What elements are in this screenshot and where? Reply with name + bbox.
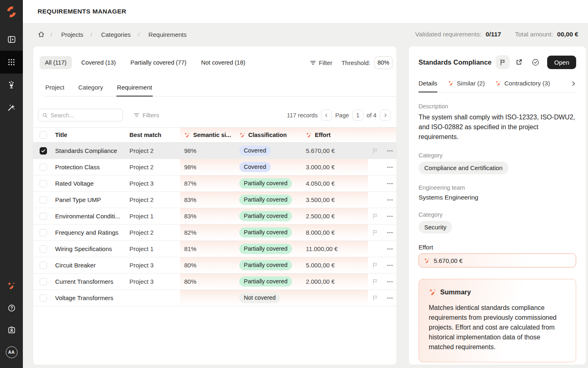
panel-toggle-icon[interactable] [0, 28, 23, 51]
flag-button[interactable] [496, 55, 510, 69]
effort-input[interactable]: 5.670,00 € [419, 254, 576, 267]
validated-requirements-value: 0/117 [486, 31, 501, 38]
row-more-cell [383, 143, 397, 159]
contact-badge-icon[interactable] [0, 319, 23, 341]
table-row[interactable]: Environmental Conditi...Project 183%Part… [33, 208, 397, 224]
validate-button[interactable] [528, 55, 542, 69]
table-row[interactable]: Current TransformersProject 380%Partiall… [33, 274, 397, 290]
filters-button[interactable]: Filters [134, 112, 159, 119]
filter-tab-all[interactable]: All (117) [40, 56, 72, 69]
row-more-button[interactable] [384, 260, 396, 271]
row-more-button[interactable] [384, 292, 396, 304]
page-number-input[interactable]: 1 [352, 110, 363, 121]
row-checkbox[interactable] [40, 229, 47, 236]
help-icon[interactable]: ? [0, 297, 23, 319]
row-effort: 5.670,00 € [302, 143, 368, 159]
row-checkbox[interactable] [40, 164, 47, 171]
row-checkbox[interactable] [40, 245, 47, 253]
flag-icon[interactable] [372, 213, 379, 220]
filter-tab-covered[interactable]: Covered (13) [76, 56, 121, 69]
filter-tab-partially-covered[interactable]: Partially covered (77) [125, 56, 192, 69]
row-semantic-similarity: 83% [180, 192, 235, 208]
tab-similar[interactable]: Similar (2) [448, 80, 485, 92]
prev-page-button[interactable] [321, 110, 332, 121]
breadcrumb-separator: / [85, 31, 100, 38]
row-more-button[interactable] [384, 276, 396, 287]
flag-icon[interactable] [372, 295, 379, 301]
classification-pill: Partially covered [239, 195, 292, 205]
search-input[interactable] [38, 109, 123, 121]
row-more-button[interactable] [384, 227, 396, 238]
row-more-cell [383, 274, 397, 289]
filter-button[interactable]: Filter [310, 59, 332, 66]
tab-requirement[interactable]: Requirement [116, 84, 153, 96]
row-flag-cell [368, 192, 383, 208]
row-more-button[interactable] [384, 194, 396, 206]
column-header-best-match[interactable]: Best match [125, 128, 180, 142]
row-flag-cell [368, 257, 383, 273]
row-semantic-similarity: 87% [180, 175, 235, 191]
search-icon [42, 112, 48, 118]
row-effort: 8.000,00 € [302, 224, 368, 240]
row-checkbox[interactable] [40, 294, 47, 302]
row-checkbox[interactable] [40, 180, 47, 187]
table-row[interactable]: Rated VoltageProject 387%Partially cover… [33, 175, 397, 192]
table-row[interactable]: Protection ClassProject 298%Covered3.000… [33, 159, 397, 175]
row-title: Voltage Transformers [51, 290, 125, 306]
table-row[interactable]: Wiring SpecificationsProject 181%Partial… [33, 241, 397, 257]
row-classification: Not covered [235, 290, 302, 306]
row-checkbox[interactable] [40, 196, 47, 204]
open-external-button[interactable] [512, 55, 526, 69]
user-avatar[interactable]: AA [0, 341, 23, 363]
breadcrumb-item-requirements[interactable]: Requirements [147, 31, 188, 38]
filter-tab-not-covered[interactable]: Not covered (18) [196, 56, 251, 69]
breadcrumb-item-projects[interactable]: Projects [60, 31, 85, 38]
flag-icon[interactable] [372, 262, 379, 269]
tabs-scroll-right-button[interactable] [571, 81, 576, 91]
row-checkbox[interactable] [40, 262, 47, 269]
column-header-effort[interactable]: Effort [302, 128, 368, 142]
table-row[interactable]: Circuit BreakerProject 380%Partially cov… [33, 257, 397, 274]
row-more-button[interactable] [384, 243, 396, 255]
row-checkbox[interactable] [40, 147, 47, 155]
flag-icon[interactable] [372, 148, 379, 154]
row-checkbox[interactable] [40, 278, 47, 285]
column-header-title[interactable]: Title [51, 128, 125, 142]
table-row[interactable]: Voltage TransformersNot covered [33, 290, 397, 306]
table-row[interactable]: Panel Type UMPProject 283%Partially cove… [33, 192, 397, 208]
ai-assistant-icon[interactable] [0, 275, 23, 297]
breadcrumb: / Projects / Categories / Requirements [38, 31, 188, 38]
open-button[interactable]: Open [547, 56, 576, 69]
search-field[interactable] [51, 112, 118, 119]
next-page-button[interactable] [380, 110, 391, 121]
tab-category[interactable]: Category [78, 84, 104, 96]
tab-project[interactable]: Project [45, 84, 65, 96]
tab-contradictory[interactable]: Contradictory (3) [495, 80, 550, 92]
select-all-checkbox[interactable] [40, 131, 47, 139]
sidebar-item-apps-grid-icon[interactable] [0, 51, 23, 74]
flag-icon[interactable] [372, 229, 379, 236]
row-checkbox[interactable] [40, 213, 47, 220]
row-classification: Partially covered [235, 274, 302, 289]
tab-details[interactable]: Details [419, 80, 437, 92]
row-more-button[interactable] [384, 211, 396, 222]
row-classification: Covered [235, 143, 302, 159]
row-more-button[interactable] [384, 162, 396, 173]
top-bar: REQUIREMENTS MANAGER [23, 0, 588, 23]
row-more-button[interactable] [384, 178, 396, 189]
flag-icon[interactable] [372, 278, 379, 285]
app-logo-icon[interactable] [4, 5, 18, 19]
sidebar-item-wand-icon[interactable] [0, 96, 23, 119]
home-icon[interactable] [38, 31, 45, 38]
row-more-button[interactable] [384, 145, 396, 157]
threshold-input[interactable]: 80% [374, 56, 392, 69]
row-checkbox-cell [33, 192, 51, 208]
column-header-semantic-similarity[interactable]: Semantic si... [180, 128, 235, 142]
sidebar-item-magic-icon[interactable] [0, 74, 23, 96]
table-row[interactable]: Standards ComplianceProject 298%Covered5… [33, 143, 397, 159]
external-link-icon [515, 58, 523, 66]
breadcrumb-item-categories[interactable]: Categories [99, 31, 132, 38]
table-row[interactable]: Frequency and RatingsProject 282%Partial… [33, 224, 397, 241]
classification-pill: Partially covered [239, 227, 292, 238]
column-header-classification[interactable]: Classification [235, 128, 302, 142]
